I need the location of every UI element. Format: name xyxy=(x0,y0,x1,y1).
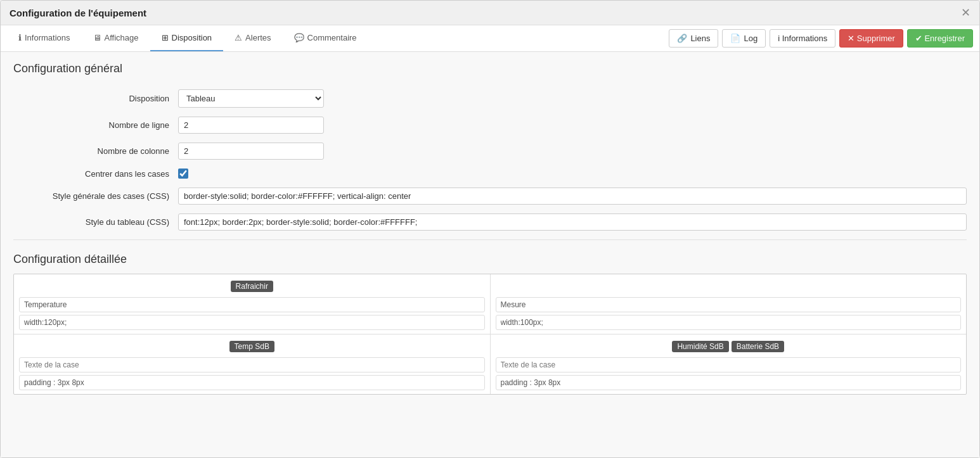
cell-tags-1-0: Temp SdB xyxy=(19,338,485,355)
style-cases-group: Style générale des cases (CSS) xyxy=(13,188,967,205)
centrer-checkbox[interactable] xyxy=(178,169,188,179)
main-content: Configuration général Disposition Tablea… xyxy=(1,52,979,457)
config-detailed-title: Configuration détaillée xyxy=(13,253,967,266)
disposition-label: Disposition xyxy=(13,94,178,103)
table-row: Temp SdB Humidité SdB Batterie SdB xyxy=(14,334,966,394)
cell-text-0-0[interactable] xyxy=(19,297,485,312)
log-icon: 📄 xyxy=(730,34,740,43)
main-window: Configuration de l'équipement ✕ ℹ Inform… xyxy=(0,0,980,458)
centrer-group: Centrer dans les cases xyxy=(13,169,967,179)
title-bar: Configuration de l'équipement ✕ xyxy=(1,1,979,25)
toolbar: 🔗 Liens 📄 Log i Informations ✕ Supprimer… xyxy=(669,25,973,51)
nombre-colonne-group: Nombre de colonne xyxy=(13,143,967,160)
disposition-select[interactable]: Tableau xyxy=(178,89,324,108)
table-cell-0-0: Rafraichir xyxy=(14,274,491,334)
grid-icon: ⊞ xyxy=(162,33,169,42)
informations-button[interactable]: i Informations xyxy=(770,29,835,48)
style-tableau-label: Style du tableau (CSS) xyxy=(13,217,178,227)
cell-style-1-0[interactable] xyxy=(19,375,485,390)
tag-humidite-sdb[interactable]: Humidité SdB xyxy=(672,341,728,352)
config-detailed-section: Configuration détaillée Rafraichir xyxy=(13,253,967,395)
centrer-label: Centrer dans les cases xyxy=(13,169,178,179)
style-cases-label: Style générale des cases (CSS) xyxy=(13,191,178,201)
liens-button[interactable]: 🔗 Liens xyxy=(669,29,718,48)
log-button[interactable]: 📄 Log xyxy=(722,29,766,48)
cell-tags-1-1: Humidité SdB Batterie SdB xyxy=(496,338,962,355)
nombre-ligne-group: Nombre de ligne xyxy=(13,117,967,134)
cell-text-1-1[interactable] xyxy=(496,357,962,372)
comment-icon: 💬 xyxy=(294,33,304,42)
table-row: Rafraichir xyxy=(14,274,966,334)
table-cell-1-0: Temp SdB xyxy=(14,334,491,394)
nombre-ligne-input[interactable] xyxy=(178,117,324,134)
tab-alertes[interactable]: ⚠ Alertes xyxy=(223,25,282,51)
tag-batterie-sdb[interactable]: Batterie SdB xyxy=(732,341,784,352)
table-cell-1-1: Humidité SdB Batterie SdB xyxy=(491,334,967,394)
info-icon: ℹ xyxy=(18,33,22,42)
tag-temp-sdb[interactable]: Temp SdB xyxy=(229,341,274,352)
cell-style-0-1[interactable] xyxy=(496,315,962,330)
enregistrer-button[interactable]: ✔ Enregistrer xyxy=(907,29,973,48)
cell-text-0-1[interactable] xyxy=(496,297,962,312)
centrer-checkbox-wrapper xyxy=(178,169,188,179)
tag-rafraichir[interactable]: Rafraichir xyxy=(231,281,273,292)
disposition-group: Disposition Tableau xyxy=(13,89,967,108)
cell-text-1-0[interactable] xyxy=(19,357,485,372)
tab-disposition[interactable]: ⊞ Disposition xyxy=(150,25,224,51)
nombre-colonne-label: Nombre de colonne xyxy=(13,146,178,156)
cell-style-1-1[interactable] xyxy=(496,375,962,390)
table-cell-0-1 xyxy=(491,274,967,334)
cell-tags-0-0: Rafraichir xyxy=(19,278,485,295)
cell-tags-0-1 xyxy=(496,278,962,295)
detail-table: Rafraichir xyxy=(13,274,967,395)
tabs-bar: ℹ Informations 🖥 Affichage ⊞ Disposition… xyxy=(1,25,979,52)
tab-affichage[interactable]: 🖥 Affichage xyxy=(82,25,150,51)
style-tableau-group: Style du tableau (CSS) xyxy=(13,213,967,231)
supprimer-button[interactable]: ✕ Supprimer xyxy=(839,29,903,48)
window-title: Configuration de l'équipement xyxy=(10,8,146,18)
style-cases-input[interactable] xyxy=(178,188,967,205)
tab-commentaire[interactable]: 💬 Commentaire xyxy=(283,25,368,51)
config-general-title: Configuration général xyxy=(13,62,967,79)
alert-icon: ⚠ xyxy=(235,33,242,42)
liens-icon: 🔗 xyxy=(677,34,687,43)
style-tableau-input[interactable] xyxy=(178,213,967,231)
close-button[interactable]: ✕ xyxy=(961,6,970,20)
tab-list: ℹ Informations 🖥 Affichage ⊞ Disposition… xyxy=(7,25,368,51)
section-divider xyxy=(13,239,967,240)
monitor-icon: 🖥 xyxy=(93,33,101,42)
nombre-ligne-label: Nombre de ligne xyxy=(13,120,178,130)
cell-style-0-0[interactable] xyxy=(19,315,485,330)
tab-informations[interactable]: ℹ Informations xyxy=(7,25,82,51)
nombre-colonne-input[interactable] xyxy=(178,143,324,160)
